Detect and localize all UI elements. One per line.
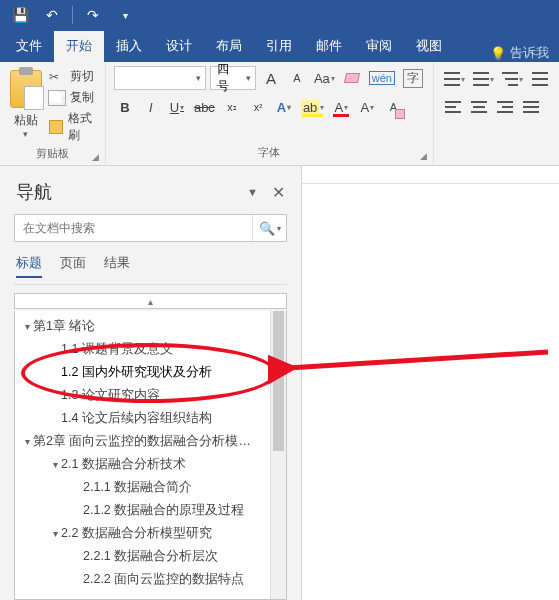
tree-node-label: 2.1.2 数据融合的原理及过程 xyxy=(83,503,244,517)
nav-search-input[interactable] xyxy=(15,215,252,241)
tree-node[interactable]: 2.2.1 数据融合分析层次 xyxy=(15,545,286,568)
redo-button[interactable]: ↷ xyxy=(79,3,107,27)
tree-twisty-icon[interactable]: ▾ xyxy=(21,321,33,332)
tab-design[interactable]: 设计 xyxy=(154,31,204,62)
group-clipboard: 粘贴 ▾ ✂剪切 复制 格式刷 剪贴板◢ xyxy=(0,62,106,165)
eraser-icon xyxy=(344,73,360,83)
scrollbar-thumb[interactable] xyxy=(273,311,284,451)
paste-label: 粘贴 xyxy=(14,112,38,129)
ruler xyxy=(302,166,559,184)
subscript-button[interactable]: x xyxy=(221,96,243,118)
tab-review[interactable]: 审阅 xyxy=(354,31,404,62)
tree-node-label: 2.2.2 面向云监控的数据特点 xyxy=(83,572,244,586)
tree-node[interactable]: ▾第1章 绪论 xyxy=(15,315,286,338)
strikethrough-button[interactable]: abc xyxy=(192,96,217,118)
char-border-button[interactable]: 字 xyxy=(401,67,425,89)
nav-tab-headings[interactable]: 标题 xyxy=(16,254,42,278)
tab-home[interactable]: 开始 xyxy=(54,31,104,62)
tree-node[interactable]: 1.4 论文后续内容组织结构 xyxy=(15,407,286,430)
qat-customize[interactable]: ▾ xyxy=(111,3,139,27)
copy-button[interactable]: 复制 xyxy=(49,89,97,106)
tree-node-label: 1.4 论文后续内容组织结构 xyxy=(61,411,212,425)
tree-twisty-icon[interactable]: ▾ xyxy=(21,436,33,447)
tree-node[interactable]: 2.1.1 数据融合简介 xyxy=(15,476,286,499)
highlight-button[interactable]: ab▾ xyxy=(299,96,326,118)
nav-tab-results[interactable]: 结果 xyxy=(104,254,130,278)
cut-label: 剪切 xyxy=(70,68,94,85)
chevron-down-icon: ▾ xyxy=(277,224,281,233)
align-right-icon xyxy=(497,101,513,113)
tab-layout[interactable]: 布局 xyxy=(204,31,254,62)
font-launcher-icon[interactable]: ◢ xyxy=(420,151,427,161)
underline-button[interactable]: U▾ xyxy=(166,96,188,118)
cut-button[interactable]: ✂剪切 xyxy=(49,68,97,85)
font-size-select[interactable]: 四号▾ xyxy=(210,66,256,90)
superscript-button[interactable]: x xyxy=(247,96,269,118)
grow-font-button[interactable]: A xyxy=(260,67,282,89)
change-case-button[interactable]: Aa▾ xyxy=(312,67,337,89)
enclose-chars-button[interactable]: A xyxy=(382,96,404,118)
tree-twisty-icon[interactable]: ▾ xyxy=(49,459,61,470)
document-area[interactable] xyxy=(302,166,559,600)
nav-search-button[interactable]: 🔍▾ xyxy=(252,215,286,241)
tree-node[interactable]: 2.2.2 面向云监控的数据特点 xyxy=(15,568,286,591)
tab-insert[interactable]: 插入 xyxy=(104,31,154,62)
clear-formatting-button[interactable] xyxy=(341,67,363,89)
align-left-button[interactable] xyxy=(442,96,464,118)
tell-me[interactable]: 💡 告诉我 xyxy=(480,44,559,62)
decrease-indent-button[interactable] xyxy=(529,68,551,90)
clipboard-launcher-icon[interactable]: ◢ xyxy=(92,152,99,162)
align-center-button[interactable] xyxy=(468,96,490,118)
numbering-button[interactable]: ▾ xyxy=(471,68,496,90)
tree-node-label: 2.1 数据融合分析技术 xyxy=(61,457,186,471)
tab-view[interactable]: 视图 xyxy=(404,31,454,62)
tree-node-label: 第1章 绪论 xyxy=(33,319,95,333)
multilevel-icon xyxy=(502,72,518,86)
tree-scrollbar[interactable] xyxy=(270,311,286,599)
paste-button[interactable]: 粘贴 ▾ xyxy=(8,66,43,139)
tree-node[interactable]: ▾第2章 面向云监控的数据融合分析模… xyxy=(15,430,286,453)
nav-tabs: 标题 页面 结果 xyxy=(14,254,287,284)
phonetic-guide-button[interactable]: wén xyxy=(367,67,397,89)
format-painter-button[interactable]: 格式刷 xyxy=(49,110,97,144)
navigation-panel: 导航 ▼ ✕ 🔍▾ 标题 页面 结果 ▴ ▾第1章 绪论1.1 课题背景及意义1… xyxy=(0,166,302,600)
workspace: 导航 ▼ ✕ 🔍▾ 标题 页面 结果 ▴ ▾第1章 绪论1.1 课题背景及意义1… xyxy=(0,166,559,600)
multilevel-button[interactable]: ▾ xyxy=(500,68,525,90)
tell-me-label: 告诉我 xyxy=(510,44,549,62)
font-family-select[interactable]: ▾ xyxy=(114,66,206,90)
paste-dropdown-icon[interactable]: ▾ xyxy=(23,129,28,139)
tree-node[interactable]: 1.1 课题背景及意义 xyxy=(15,338,286,361)
tree-twisty-icon[interactable]: ▾ xyxy=(49,528,61,539)
char-shading-button[interactable]: A▾ xyxy=(356,96,378,118)
tree-node-label: 1.2 国内外研究现状及分析 xyxy=(61,365,212,379)
nav-title: 导航 xyxy=(16,180,52,204)
tree-node[interactable]: ▾2.1 数据融合分析技术 xyxy=(15,453,286,476)
nav-close-button[interactable]: ✕ xyxy=(272,183,285,202)
chevron-down-icon: ▾ xyxy=(246,73,251,83)
text-effects-button[interactable]: A▾ xyxy=(273,96,295,118)
align-left-icon xyxy=(445,101,461,113)
nav-dropdown[interactable]: ▼ xyxy=(247,186,258,198)
bullets-button[interactable]: ▾ xyxy=(442,68,467,90)
tree-node[interactable]: 1.3 论文研究内容 xyxy=(15,384,286,407)
bold-button[interactable]: B xyxy=(114,96,136,118)
tab-references[interactable]: 引用 xyxy=(254,31,304,62)
font-color-button[interactable]: A▾ xyxy=(330,96,352,118)
copy-icon xyxy=(49,91,65,105)
justify-button[interactable] xyxy=(520,96,542,118)
tree-node[interactable]: ▾2.2 数据融合分析模型研究 xyxy=(15,522,286,545)
tree-node[interactable]: 1.2 国内外研究现状及分析 xyxy=(15,361,286,384)
tab-mail[interactable]: 邮件 xyxy=(304,31,354,62)
undo-button[interactable]: ↶ xyxy=(38,3,66,27)
tree-node[interactable]: 2.1.2 数据融合的原理及过程 xyxy=(15,499,286,522)
align-right-button[interactable] xyxy=(494,96,516,118)
outdent-icon xyxy=(532,72,548,86)
copy-label: 复制 xyxy=(70,89,94,106)
tree-scroll-up[interactable]: ▴ xyxy=(14,293,287,309)
save-button[interactable]: 💾 xyxy=(6,3,34,27)
italic-button[interactable]: I xyxy=(140,96,162,118)
shrink-font-button[interactable]: A xyxy=(286,67,308,89)
nav-search: 🔍▾ xyxy=(14,214,287,242)
tab-file[interactable]: 文件 xyxy=(4,31,54,62)
nav-tab-pages[interactable]: 页面 xyxy=(60,254,86,278)
